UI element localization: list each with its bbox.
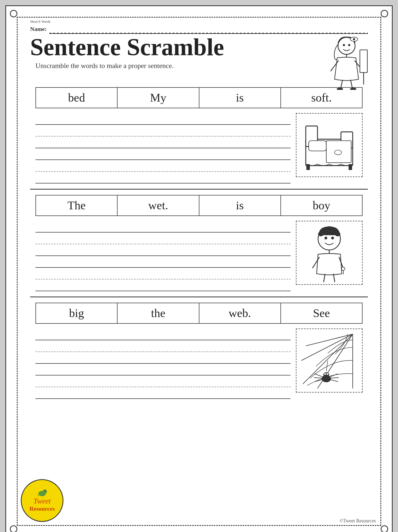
word-box-3-3: web. — [199, 303, 281, 323]
divider-1 — [30, 189, 368, 190]
bird-icon — [37, 489, 47, 497]
answer-line-dashed — [35, 375, 291, 387]
svg-line-11 — [351, 80, 352, 89]
sentence-2-writing-area — [35, 221, 363, 291]
svg-rect-8 — [360, 50, 367, 73]
sentence-1-lines — [35, 113, 296, 183]
sentence-1-section: bed My is soft. — [35, 87, 363, 183]
sentence-2-section: The wet. is boy — [35, 195, 363, 291]
sentence-2-lines — [35, 221, 296, 291]
svg-point-48 — [324, 373, 326, 375]
sentence-3-lines — [35, 329, 296, 399]
word-box-2-4: boy — [281, 195, 362, 215]
word-box-1-1: bed — [36, 88, 118, 108]
answer-line — [35, 113, 291, 125]
svg-point-41 — [323, 372, 329, 377]
answer-line — [35, 221, 291, 233]
sentence-1-writing-area — [35, 113, 363, 183]
word-box-1-2: My — [118, 88, 199, 108]
name-row: Name: — [30, 24, 368, 34]
svg-point-24 — [335, 232, 340, 236]
short-e-label: Short E Words — [30, 19, 368, 24]
svg-point-32 — [341, 267, 345, 270]
svg-rect-17 — [309, 141, 326, 151]
answer-line — [35, 387, 291, 399]
svg-line-46 — [330, 378, 339, 378]
worksheet-page: Short E Words Name: Sentence Scramble Un… — [5, 5, 393, 532]
answer-line-dashed — [35, 160, 291, 172]
answer-line-dashed — [35, 125, 291, 137]
svg-line-37 — [301, 334, 353, 361]
answer-line — [35, 148, 291, 160]
sentence-3-writing-area — [35, 329, 363, 399]
svg-rect-18 — [326, 141, 351, 163]
corner-tr — [381, 10, 388, 17]
svg-point-26 — [324, 237, 327, 239]
corner-bl — [10, 525, 17, 532]
logo-circle: Tweet Resources — [21, 479, 63, 522]
word-box-1-4: soft. — [281, 88, 362, 108]
sentence-1-image — [296, 113, 363, 177]
svg-point-1 — [343, 44, 345, 46]
sentence-1-word-boxes: bed My is soft. — [35, 87, 363, 108]
svg-point-27 — [331, 237, 334, 239]
answer-line — [35, 329, 291, 340]
word-box-2-3: is — [199, 195, 281, 215]
sentence-3-word-boxes: big the web. See — [35, 303, 363, 324]
svg-line-45 — [330, 374, 338, 377]
svg-line-43 — [314, 378, 322, 378]
copyright-text: ©Tweet Resources — [340, 518, 376, 524]
sentence-2-image — [296, 221, 363, 285]
title-section: Sentence Scramble Unscramble the words t… — [30, 34, 368, 87]
logo-tweet-text: Tweet — [34, 497, 51, 505]
svg-line-42 — [315, 374, 322, 377]
corner-br — [381, 525, 388, 532]
divider-2 — [30, 297, 368, 297]
word-box-1-3: is — [199, 88, 281, 108]
subtitle: Unscramble the words to make a proper se… — [35, 62, 315, 70]
word-box-3-2: the — [118, 303, 199, 323]
answer-line-dashed — [35, 233, 291, 244]
logo-resources-text: Resources — [30, 505, 55, 512]
word-box-2-1: The — [36, 195, 118, 215]
logo: Tweet Resources — [21, 479, 63, 522]
answer-line-dashed — [35, 268, 291, 279]
answer-line — [35, 364, 291, 375]
svg-point-4 — [353, 38, 355, 40]
svg-point-2 — [348, 44, 350, 46]
answer-line — [35, 279, 291, 291]
girl-illustration — [315, 34, 368, 87]
answer-line — [35, 137, 291, 148]
page-title: Sentence Scramble — [30, 34, 315, 60]
word-box-2-2: wet. — [118, 195, 199, 215]
sentence-3-image — [296, 329, 363, 393]
name-label: Name: — [30, 26, 47, 33]
svg-point-23 — [318, 232, 324, 236]
svg-line-47 — [330, 380, 338, 382]
svg-point-49 — [327, 373, 328, 375]
svg-point-52 — [43, 489, 47, 494]
word-box-3-1: big — [36, 303, 118, 323]
answer-line — [35, 352, 291, 364]
corner-tl — [10, 10, 17, 17]
sentence-2-word-boxes: The wet. is boy — [35, 195, 363, 216]
svg-line-50 — [326, 361, 328, 371]
answer-line-dashed — [35, 340, 291, 352]
svg-point-25 — [326, 226, 332, 231]
word-box-3-4: See — [281, 303, 362, 323]
svg-line-10 — [341, 80, 343, 89]
answer-line — [35, 244, 291, 256]
answer-line — [35, 172, 291, 183]
svg-point-53 — [45, 491, 46, 492]
answer-line — [35, 256, 291, 268]
sentence-3-section: big the web. See — [35, 303, 363, 399]
